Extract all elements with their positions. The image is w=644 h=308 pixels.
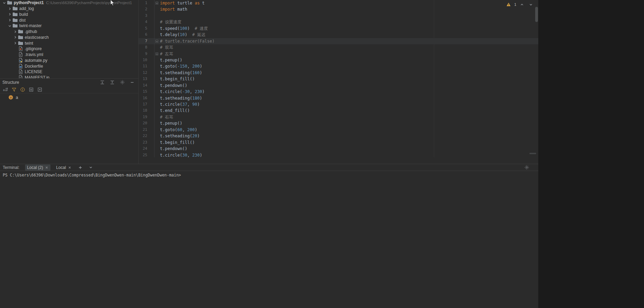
code-line-15[interactable]: 15t.circle(-30, 230): [139, 89, 538, 95]
fold-marker-icon[interactable]: [154, 0, 159, 6]
fold-marker-icon[interactable]: [154, 38, 159, 44]
code-line-19[interactable]: 19# 右耳: [139, 114, 538, 120]
tabs-dropdown-icon[interactable]: [87, 164, 94, 171]
editor-horizontal-scrollbar[interactable]: [529, 153, 536, 154]
code-line-18[interactable]: 18t.end_fill(): [139, 107, 538, 114]
line-number[interactable]: 6: [139, 32, 154, 38]
tree-item-Dockerfile[interactable]: Dockerfile: [0, 63, 138, 69]
terminal-prompt[interactable]: PS C:\Users\66396\Downloads\Compressed\B…: [3, 173, 538, 178]
editor-vertical-scrollbar[interactable]: [535, 7, 538, 22]
close-tab-icon[interactable]: [68, 166, 71, 169]
code-line-21[interactable]: 21t.goto(60, 200): [139, 127, 538, 133]
code-line-24[interactable]: 24t.pendown(): [139, 146, 538, 152]
terminal-body[interactable]: PS C:\Users\66396\Downloads\Compressed\B…: [0, 171, 538, 178]
line-number[interactable]: 3: [139, 13, 154, 19]
line-number[interactable]: 15: [139, 89, 154, 95]
line-number[interactable]: 5: [139, 25, 154, 32]
code-line-2[interactable]: 2import math: [139, 6, 538, 12]
show-selected-icon[interactable]: [36, 87, 43, 93]
line-number[interactable]: 21: [139, 127, 154, 133]
code-text[interactable]: import turtle as t: [159, 0, 205, 6]
tree-item-.github[interactable]: .github: [0, 29, 138, 35]
code-text[interactable]: t.penup(): [159, 120, 182, 126]
chevron-right-icon[interactable]: [12, 30, 18, 33]
chevron-down-icon[interactable]: [1, 1, 7, 4]
code-text[interactable]: t.delay(10) # 延迟: [159, 32, 205, 38]
code-line-10[interactable]: 10t.penup(): [139, 57, 538, 63]
line-number[interactable]: 11: [139, 63, 154, 69]
close-tab-icon[interactable]: [45, 166, 48, 169]
line-number[interactable]: 4: [139, 19, 154, 25]
add-tab-icon[interactable]: [77, 164, 84, 171]
group-methods-icon[interactable]: [28, 87, 35, 93]
tree-item-automate.py[interactable]: automate.py: [0, 58, 138, 64]
code-line-22[interactable]: 22t.setheading(20): [139, 133, 538, 139]
show-inherited-icon[interactable]: [11, 87, 18, 93]
line-number[interactable]: 19: [139, 114, 154, 120]
code-line-12[interactable]: 12t.setheading(160): [139, 70, 538, 76]
line-number[interactable]: 18: [139, 107, 154, 114]
code-line-13[interactable]: 13t.begin_fill(): [139, 76, 538, 82]
code-line-23[interactable]: 23t.begin_fill(): [139, 139, 538, 146]
code-text[interactable]: # 左耳: [159, 51, 173, 57]
editor[interactable]: 1import turtle as t2import math34# 设置速度5…: [139, 0, 538, 164]
code-text[interactable]: t.setheading(160): [159, 70, 202, 76]
terminal-tab-Local (2)[interactable]: Local (2): [25, 164, 51, 171]
code-text[interactable]: t.setheading(20): [159, 133, 200, 139]
line-number[interactable]: 14: [139, 82, 154, 89]
tree-item-add_log[interactable]: add_log: [0, 6, 138, 12]
code-text[interactable]: t.end_fill(): [159, 107, 190, 114]
code-text[interactable]: t.circle(37, 90): [159, 101, 200, 107]
code-text[interactable]: t.begin_fill(): [159, 76, 195, 82]
line-number[interactable]: 8: [139, 44, 154, 50]
chevron-right-icon[interactable]: [7, 7, 12, 10]
line-number[interactable]: 1: [139, 0, 154, 6]
collapse-all-icon[interactable]: [109, 79, 116, 85]
code-text[interactable]: t.setheading(180): [159, 95, 202, 101]
show-fields-icon[interactable]: [19, 87, 26, 93]
fold-marker-icon[interactable]: [156, 2, 158, 4]
code-text[interactable]: t.pendown(): [159, 82, 187, 89]
chevron-right-icon[interactable]: [12, 36, 18, 39]
tree-item-MANIFEST.in[interactable]: MANIFEST.in: [0, 75, 138, 78]
chevron-right-icon[interactable]: [7, 13, 12, 16]
line-number[interactable]: 17: [139, 101, 154, 107]
chevron-right-icon[interactable]: [7, 19, 12, 22]
code-text[interactable]: t.goto(-150, 200): [159, 63, 202, 69]
warning-triangle-icon[interactable]: [505, 1, 512, 8]
code-line-1[interactable]: 1import turtle as t: [139, 0, 538, 6]
code-text[interactable]: # turtle.tracer(False): [159, 38, 215, 44]
fold-marker-icon[interactable]: [156, 40, 158, 43]
tree-item-build[interactable]: build: [0, 12, 138, 18]
tree-item-dist[interactable]: dist: [0, 17, 138, 23]
code-text[interactable]: t.penup(): [159, 57, 182, 63]
code-text[interactable]: t.goto(60, 200): [159, 127, 197, 133]
line-number[interactable]: 25: [139, 152, 154, 158]
line-number[interactable]: 23: [139, 139, 154, 146]
code-line-8[interactable]: 8# 双耳: [139, 44, 538, 50]
code-text[interactable]: t.circle(-30, 230): [159, 89, 205, 95]
tree-item-twint[interactable]: twint: [0, 40, 138, 46]
structure-item-a[interactable]: va: [0, 94, 138, 100]
settings-gear-icon[interactable]: [523, 164, 530, 171]
line-number[interactable]: 13: [139, 76, 154, 82]
code-line-14[interactable]: 14t.pendown(): [139, 82, 538, 89]
tree-item-elasticsearch[interactable]: elasticsearch: [0, 35, 138, 41]
line-number[interactable]: 2: [139, 6, 154, 12]
code-line-17[interactable]: 17t.circle(37, 90): [139, 101, 538, 107]
code-text[interactable]: import math: [159, 6, 187, 12]
code-line-20[interactable]: 20t.penup(): [139, 120, 538, 126]
terminal-tab-Local[interactable]: Local: [54, 164, 73, 171]
code-line-9[interactable]: 9# 左耳: [139, 51, 538, 57]
code-line-5[interactable]: 5t.speed(100) # 速度: [139, 25, 538, 32]
line-number[interactable]: 10: [139, 57, 154, 63]
code-area[interactable]: 1import turtle as t2import math34# 设置速度5…: [139, 0, 538, 157]
line-number[interactable]: 22: [139, 133, 154, 139]
code-text[interactable]: t.circle(30, 230): [159, 152, 202, 158]
code-line-25[interactable]: 25t.circle(30, 230): [139, 152, 538, 158]
project-root-row[interactable]: pythonProject1 C:\Users\66396\PycharmPro…: [0, 0, 138, 6]
code-line-16[interactable]: 16t.setheading(180): [139, 95, 538, 101]
code-line-7[interactable]: 7# turtle.tracer(False): [139, 38, 538, 44]
chevron-down-icon[interactable]: [7, 24, 12, 27]
code-line-6[interactable]: 6t.delay(10) # 延迟: [139, 32, 538, 38]
